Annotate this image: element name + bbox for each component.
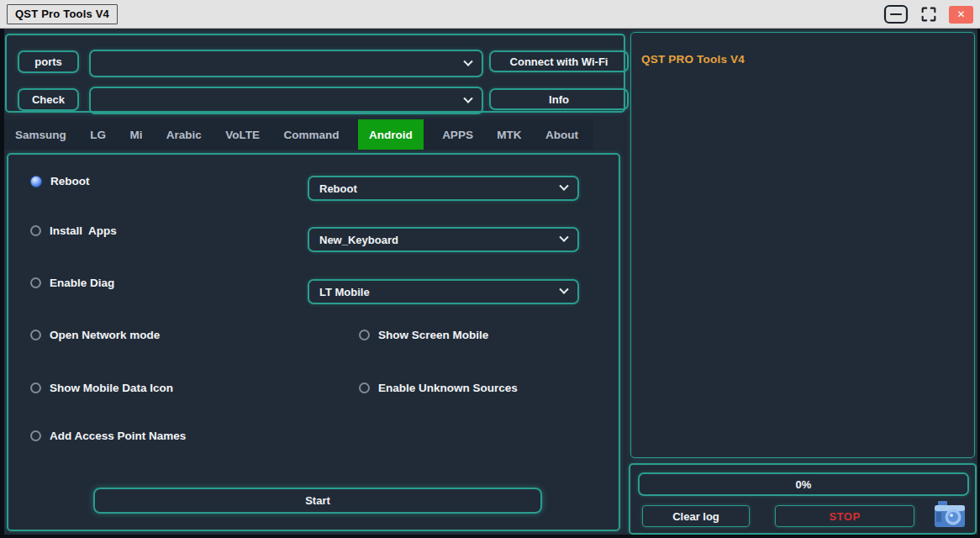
option-enable-unknown-sources[interactable]: Enable Unknown Sources [359,382,518,394]
close-icon: ✕ [956,9,965,19]
minimize-icon [883,4,909,24]
tab-command[interactable]: Command [278,119,344,150]
stop-button[interactable]: STOP [775,505,914,527]
option-label: Enable Diag [50,277,114,289]
connection-panel: ports Check Connect with Wi-Fi Info [5,34,625,113]
window-title: QST Pro Tools V4 [7,4,118,24]
option-show-screen-mobile[interactable]: Show Screen Mobile [359,329,488,341]
minimize-button[interactable] [883,4,909,24]
chevron-down-icon [559,285,568,294]
tab-about[interactable]: About [540,119,583,150]
radio-icon[interactable] [30,277,41,288]
radio-icon[interactable] [30,382,41,393]
tab-android[interactable]: Android [358,119,424,150]
maximize-icon [919,5,938,24]
option-label: Install Apps [50,224,117,237]
screenshot-button[interactable] [933,498,967,530]
option-label: Reboot [50,175,90,187]
tab-lg[interactable]: LG [85,119,111,150]
titlebar: QST Pro Tools V4 ✕ [0,0,980,29]
secondary-select[interactable] [89,87,483,114]
enable-diag-value: LT Mobile [319,286,370,298]
window-frame-edge [0,29,4,538]
tab-mi[interactable]: Mi [124,119,147,150]
install-apps-select[interactable]: New_Keyboard [308,227,579,252]
option-label: Show Screen Mobile [378,329,488,341]
radio-selected-icon[interactable] [30,176,42,187]
option-label: Enable Unknown Sources [378,382,518,394]
chevron-down-icon [463,93,472,103]
radio-icon[interactable] [30,330,41,340]
tab-apps[interactable]: APPS [437,119,478,150]
app-body: ports Check Connect with Wi-Fi Info Sams… [0,29,980,538]
option-label: Show Mobile Data Icon [50,382,173,394]
window-controls: ✕ [883,0,973,29]
status-panel: 0% Clear log STOP [629,463,977,535]
enable-diag-select[interactable]: LT Mobile [308,279,579,304]
option-label: Add Access Point Names [50,430,186,442]
chevron-down-icon [559,182,568,191]
option-open-network-mode[interactable]: Open Network mode [30,329,160,341]
log-panel: QST PRO Tools V4 [630,32,975,458]
option-add-access-point-names[interactable]: Add Access Point Names [30,430,186,442]
tab-mtk[interactable]: MTK [492,119,526,150]
radio-icon[interactable] [359,382,370,393]
log-header: QST PRO Tools V4 [641,53,745,66]
clear-log-button[interactable]: Clear log [642,505,750,527]
chevron-down-icon [559,233,568,242]
tab-arabic[interactable]: Arabic [161,119,207,150]
ports-button[interactable]: ports [18,50,79,73]
tab-volte[interactable]: VoLTE [220,119,265,150]
option-install-apps[interactable]: Install Apps [30,224,117,237]
close-button[interactable]: ✕ [949,6,973,24]
start-button[interactable]: Start [93,488,542,514]
progress-bar: 0% [638,472,969,496]
maximize-button[interactable] [919,5,938,24]
reboot-action-select[interactable]: Reboot [308,176,579,201]
android-tab-panel: Reboot Reboot Install Apps New_Keyboard … [7,153,620,531]
connect-wifi-button[interactable]: Connect with Wi-Fi [489,50,629,72]
tab-samsung[interactable]: Samsung [10,119,71,150]
option-label: Open Network mode [50,329,160,341]
radio-icon[interactable] [30,430,41,441]
option-enable-diag[interactable]: Enable Diag [30,277,114,289]
info-button[interactable]: Info [489,88,629,110]
option-show-mobile-data-icon[interactable]: Show Mobile Data Icon [30,382,173,394]
port-select[interactable] [89,50,483,77]
camera-icon [933,498,967,530]
chevron-down-icon [463,56,472,66]
reboot-action-value: Reboot [319,182,357,195]
tab-bar: Samsung LG Mi Arabic VoLTE Command Andro… [0,119,593,150]
radio-icon[interactable] [30,225,41,236]
option-reboot[interactable]: Reboot [30,175,90,187]
window-frame-edge [0,535,980,538]
install-apps-value: New_Keyboard [319,234,398,246]
radio-icon[interactable] [359,330,370,340]
check-button[interactable]: Check [18,88,79,111]
